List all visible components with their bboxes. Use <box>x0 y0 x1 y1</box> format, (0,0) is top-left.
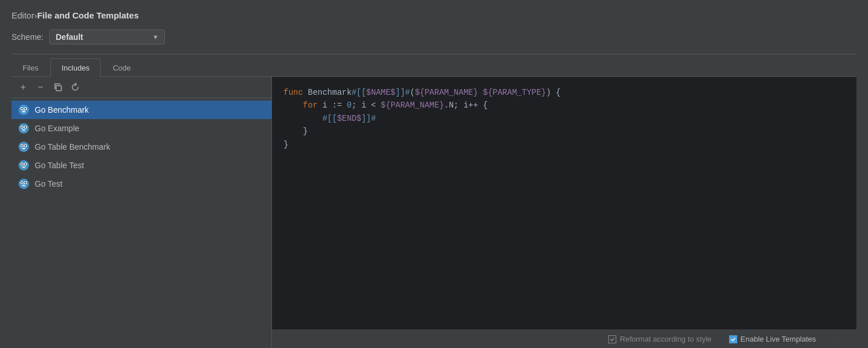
reformat-checkbox[interactable] <box>608 335 616 343</box>
right-panel: func Benchmark#[[$NAME$]]#(${PARAM_NAME}… <box>272 77 856 348</box>
remove-button[interactable]: − <box>34 80 47 94</box>
template-name: Go Test <box>35 179 62 188</box>
svg-point-18 <box>22 148 25 150</box>
editor-footer: Reformat according to style Enable Live … <box>272 330 856 348</box>
content-area: + − <box>12 77 856 348</box>
svg-point-1 <box>19 105 29 115</box>
scheme-value: Default <box>56 32 83 42</box>
scheme-row: Scheme: Default ▼ <box>12 29 856 45</box>
tab-includes[interactable]: Includes <box>50 58 100 77</box>
breadcrumb-current: File and Code Templates <box>37 10 139 20</box>
template-name: Go Table Test <box>35 161 84 170</box>
code-line-3: #[[$END$]]# <box>284 112 845 125</box>
template-icon <box>17 122 30 135</box>
list-item[interactable]: Go Table Test <box>12 156 271 175</box>
left-panel: + − <box>12 77 272 348</box>
svg-point-24 <box>22 166 25 168</box>
tab-code[interactable]: Code <box>102 58 142 77</box>
checkbox-check-icon <box>609 336 615 342</box>
svg-point-29 <box>25 182 26 183</box>
svg-point-23 <box>25 164 26 165</box>
copy-button[interactable] <box>51 80 65 94</box>
list-toolbar: + − <box>12 77 271 98</box>
svg-point-19 <box>19 160 29 171</box>
breadcrumb: Editor › File and Code Templates <box>12 10 856 20</box>
svg-point-28 <box>21 182 23 183</box>
template-list: Go Benchmark Go Example <box>12 98 271 348</box>
live-templates-checkbox[interactable] <box>729 335 737 343</box>
add-button[interactable]: + <box>16 80 30 94</box>
code-line-4: } <box>284 125 845 138</box>
template-icon <box>17 159 30 172</box>
scheme-label: Scheme: <box>12 32 43 42</box>
template-icon <box>17 103 30 116</box>
svg-point-22 <box>21 164 23 165</box>
live-templates-option[interactable]: Enable Live Templates <box>729 335 816 343</box>
svg-rect-0 <box>56 86 61 91</box>
reset-button[interactable] <box>68 80 82 94</box>
svg-point-13 <box>19 142 29 152</box>
list-item[interactable]: Go Example <box>12 119 271 138</box>
code-editor[interactable]: func Benchmark#[[$NAME$]]#(${PARAM_NAME}… <box>272 77 856 330</box>
svg-point-7 <box>19 123 29 134</box>
reformat-option[interactable]: Reformat according to style <box>608 335 711 343</box>
list-item[interactable]: Go Table Benchmark <box>12 138 271 156</box>
live-templates-label: Enable Live Templates <box>741 335 816 343</box>
svg-point-11 <box>25 127 26 128</box>
template-name: Go Table Benchmark <box>35 142 110 151</box>
svg-point-4 <box>21 108 23 109</box>
code-line-1: func Benchmark#[[$NAME$]]#(${PARAM_NAME}… <box>284 86 845 99</box>
template-icon <box>17 140 30 153</box>
reset-icon <box>71 83 80 92</box>
template-name: Go Example <box>35 124 79 133</box>
checkbox-check-icon <box>730 336 736 342</box>
svg-point-17 <box>25 145 26 146</box>
template-name: Go Benchmark <box>35 105 89 114</box>
svg-point-5 <box>25 108 26 109</box>
svg-point-10 <box>21 127 23 128</box>
svg-point-30 <box>22 185 25 187</box>
copy-icon <box>53 83 62 92</box>
reformat-label: Reformat according to style <box>620 335 711 343</box>
code-line-5: } <box>284 138 845 151</box>
tab-files[interactable]: Files <box>12 58 49 77</box>
footer-dots: · · · <box>833 336 847 342</box>
svg-point-16 <box>21 145 23 146</box>
breadcrumb-prefix: Editor <box>12 10 34 20</box>
list-item[interactable]: Go Benchmark <box>12 101 271 119</box>
svg-point-25 <box>19 179 29 189</box>
chevron-down-icon: ▼ <box>152 34 159 40</box>
template-icon <box>17 177 30 190</box>
svg-point-12 <box>22 129 25 131</box>
code-line-2: for i := 0; i < ${PARAM_NAME}.N; i++ { <box>284 99 845 112</box>
list-item[interactable]: Go Test <box>12 175 271 193</box>
scheme-dropdown[interactable]: Default ▼ <box>49 29 165 45</box>
main-container: Editor › File and Code Templates Scheme:… <box>0 0 868 348</box>
tabs-row: Files Includes Code <box>12 54 856 77</box>
